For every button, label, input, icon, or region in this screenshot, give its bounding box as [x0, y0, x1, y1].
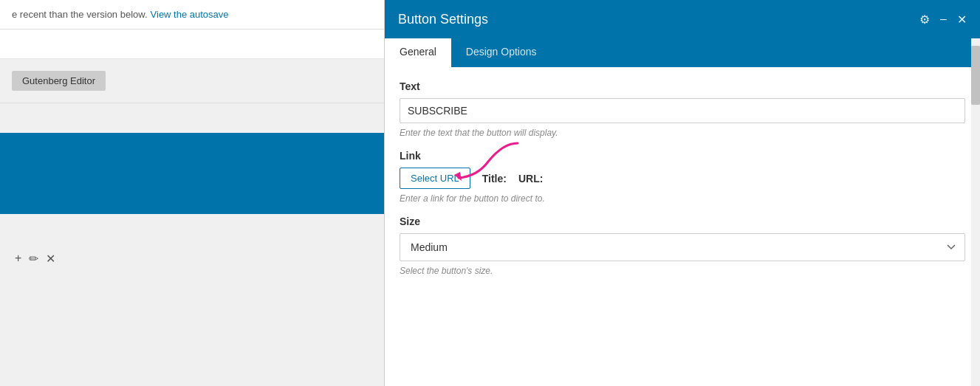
text-input[interactable]	[400, 98, 965, 123]
toolbar-row: + ✏ ✕	[0, 244, 384, 273]
edit-icon[interactable]: ✏	[29, 252, 38, 266]
size-field-label: Size	[400, 216, 965, 227]
tabs-row: General Design Options	[385, 38, 980, 67]
empty-row-3	[0, 214, 384, 244]
link-field-label: Link	[400, 150, 965, 162]
panel-header: Button Settings ⚙ – ✕	[385, 0, 980, 38]
link-section: Link Select URL Title: URL: Enter a link…	[400, 150, 965, 204]
empty-row-1	[0, 30, 384, 59]
link-row: Select URL Title: URL:	[400, 168, 965, 189]
text-field-hint: Enter the text that the button will disp…	[400, 128, 965, 138]
editor-button-row: Gutenberg Editor	[0, 59, 384, 103]
select-url-button[interactable]: Select URL	[400, 168, 470, 189]
autosave-text: e recent than the version below.	[12, 9, 148, 20]
gutenberg-editor-button[interactable]: Gutenberg Editor	[12, 71, 106, 91]
add-icon[interactable]: +	[15, 252, 21, 265]
autosave-link[interactable]: View the autosave	[151, 9, 229, 20]
scrollbar-track[interactable]	[971, 38, 980, 386]
tab-design-options[interactable]: Design Options	[451, 38, 552, 67]
left-panel: e recent than the version below. View th…	[0, 0, 384, 386]
size-select[interactable]: Small Medium Large Extra Large	[400, 233, 965, 261]
panel-body: Text Enter the text that the button will…	[385, 67, 980, 386]
text-field-label: Text	[400, 80, 965, 92]
autosave-bar: e recent than the version below. View th…	[0, 0, 384, 30]
gear-icon[interactable]: ⚙	[919, 13, 930, 27]
delete-icon[interactable]: ✕	[46, 252, 55, 266]
tab-general[interactable]: General	[385, 38, 451, 67]
url-label: URL:	[518, 173, 543, 185]
button-settings-panel: Button Settings ⚙ – ✕ General Design Opt…	[384, 0, 980, 386]
link-field-hint: Enter a link for the button to direct to…	[400, 193, 965, 204]
empty-row-2	[0, 103, 384, 133]
close-icon[interactable]: ✕	[957, 13, 967, 27]
title-label: Title:	[482, 173, 507, 185]
panel-title: Button Settings	[398, 12, 488, 27]
scrollbar-thumb[interactable]	[971, 46, 980, 105]
minimize-icon[interactable]: –	[940, 13, 947, 26]
blue-decorative-block	[0, 133, 384, 214]
size-field-hint: Select the button's size.	[400, 266, 965, 276]
link-meta: Title: URL:	[482, 173, 544, 185]
header-icons: ⚙ – ✕	[919, 13, 967, 27]
size-section: Size Small Medium Large Extra Large Sele…	[400, 216, 965, 276]
